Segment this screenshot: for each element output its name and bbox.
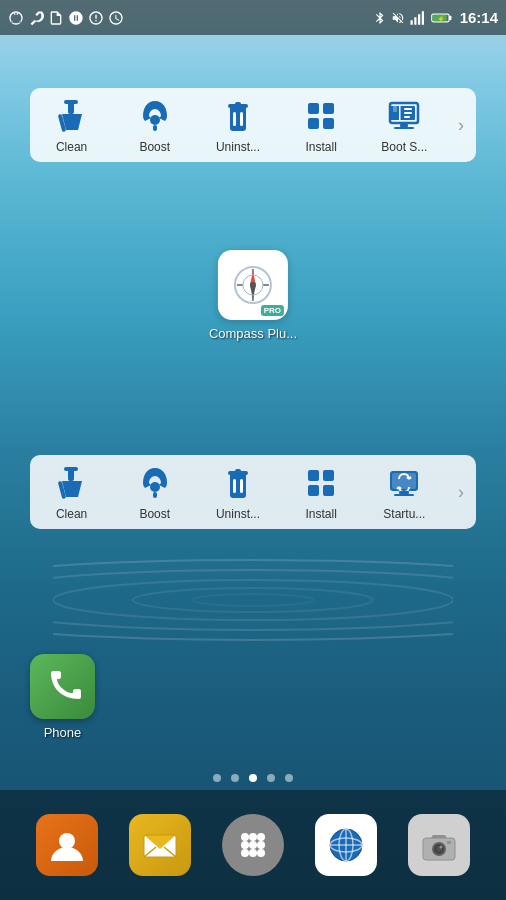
svg-rect-54 [233, 479, 236, 493]
svg-rect-48 [64, 467, 78, 471]
widget-boost-2[interactable]: Boost [125, 463, 185, 521]
svg-rect-57 [323, 470, 334, 481]
pro-badge: PRO [261, 305, 284, 316]
svg-point-77 [249, 849, 257, 857]
bottom-dock [0, 790, 506, 900]
svg-point-75 [257, 841, 265, 849]
usb-icon [8, 10, 24, 26]
svg-text:⚡: ⚡ [436, 15, 444, 23]
svg-rect-33 [394, 127, 414, 129]
svg-point-70 [241, 833, 249, 841]
apps-icon [222, 814, 284, 876]
svg-point-90 [440, 846, 443, 849]
widget-row-1: Clean Boost [30, 88, 476, 162]
dot-3[interactable] [267, 774, 275, 782]
dock-browser[interactable] [315, 814, 377, 876]
widget-row-1-arrow[interactable]: › [446, 115, 476, 136]
dot-4[interactable] [285, 774, 293, 782]
install-label-2: Install [305, 507, 336, 521]
uninstall-label-2: Uninst... [216, 507, 260, 521]
clock-icon [108, 10, 124, 26]
dot-2[interactable] [249, 774, 257, 782]
svg-rect-8 [421, 11, 423, 25]
widget-row-2-items: Clean Boost [30, 463, 446, 521]
svg-rect-91 [447, 841, 451, 844]
svg-rect-15 [64, 100, 78, 104]
svg-rect-25 [308, 118, 319, 129]
svg-rect-53 [235, 469, 241, 473]
widget-row-1-items: Clean Boost [30, 96, 446, 154]
svg-rect-24 [323, 103, 334, 114]
widget-row-2: Clean Boost [30, 455, 476, 529]
dock-apps[interactable] [222, 814, 284, 876]
svg-point-64 [59, 833, 75, 849]
boost-icon-2 [135, 463, 175, 503]
widget-row-2-arrow[interactable]: › [446, 482, 476, 503]
svg-rect-63 [394, 494, 414, 496]
phone-app[interactable]: Phone [30, 654, 95, 740]
dock-messages[interactable] [129, 814, 191, 876]
boost-label-1: Boost [139, 140, 170, 154]
svg-rect-18 [153, 125, 157, 131]
status-bar: ⚡ 16:14 [0, 0, 506, 35]
page-dots [213, 774, 293, 782]
clean-label-1: Clean [56, 140, 87, 154]
widget-clean-2[interactable]: Clean [42, 463, 102, 521]
widget-boost-1[interactable]: Boost [125, 96, 185, 154]
svg-point-72 [257, 833, 265, 841]
widget-install-1[interactable]: Install [291, 96, 351, 154]
widget-bootspeed-1[interactable]: Boot S... [374, 96, 434, 154]
widget-clean-1[interactable]: Clean [42, 96, 102, 154]
bluetooth-icon [373, 11, 387, 25]
block-icon [68, 10, 84, 26]
compass-app[interactable]: PRO Compass Plu... [209, 250, 297, 341]
boost-icon-1 [135, 96, 175, 136]
wrench-icon [28, 10, 44, 26]
browser-icon [315, 814, 377, 876]
uninstall-label-1: Uninst... [216, 140, 260, 154]
startup-icon-2 [384, 463, 424, 503]
svg-rect-6 [414, 17, 416, 25]
uninstall-icon-1 [218, 96, 258, 136]
svg-rect-34 [404, 108, 412, 110]
svg-point-71 [249, 833, 257, 841]
mute-icon [391, 11, 405, 25]
svg-rect-61 [392, 473, 416, 489]
svg-rect-36 [404, 116, 410, 118]
widget-uninstall-1[interactable]: Uninst... [208, 96, 268, 154]
chrome-icon [88, 10, 104, 26]
dock-camera[interactable] [408, 814, 470, 876]
water-ripple [53, 500, 453, 700]
dock-contacts[interactable] [36, 814, 98, 876]
bootspeed-icon-1 [384, 96, 424, 136]
svg-point-50 [150, 482, 160, 492]
widget-uninstall-2[interactable]: Uninst... [208, 463, 268, 521]
battery-icon: ⚡ [431, 11, 453, 25]
boost-label-2: Boost [139, 507, 170, 521]
dot-1[interactable] [231, 774, 239, 782]
bootspeed-label-1: Boot S... [381, 140, 427, 154]
svg-rect-23 [308, 103, 319, 114]
status-left-icons [8, 10, 124, 26]
svg-point-3 [133, 588, 373, 612]
svg-point-0 [53, 560, 453, 640]
startup-label-2: Startu... [383, 507, 425, 521]
uninstall-icon-2 [218, 463, 258, 503]
camera-icon [408, 814, 470, 876]
svg-rect-51 [153, 492, 157, 498]
svg-rect-55 [240, 479, 243, 493]
install-label-1: Install [305, 140, 336, 154]
svg-rect-7 [418, 14, 420, 25]
clean-label-2: Clean [56, 507, 87, 521]
widget-startup-2[interactable]: Startu... [374, 463, 434, 521]
svg-rect-26 [323, 118, 334, 129]
svg-rect-32 [400, 124, 408, 127]
widget-install-2[interactable]: Install [291, 463, 351, 521]
file-icon [48, 10, 64, 26]
svg-rect-5 [410, 20, 412, 25]
dot-0[interactable] [213, 774, 221, 782]
svg-rect-20 [235, 102, 241, 106]
svg-rect-22 [240, 112, 243, 126]
clean-icon-1 [52, 96, 92, 136]
install-icon-2 [301, 463, 341, 503]
